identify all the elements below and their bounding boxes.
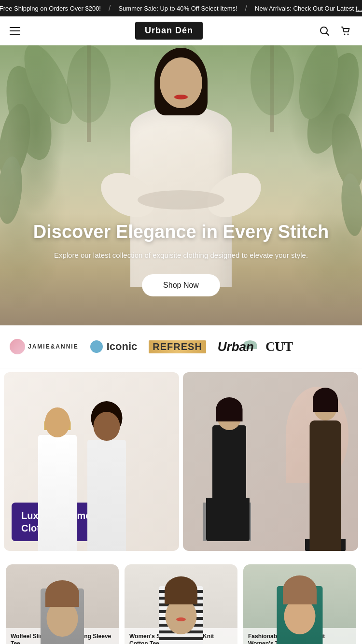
menu-button[interactable]	[10, 27, 20, 35]
svg-line-1	[326, 33, 329, 35]
brand-cut: CUT	[265, 339, 292, 354]
brand-jamie-label: JAMIE&ANNIE	[28, 343, 79, 350]
hero-section: Discover Elegance in Every Stitch Explor…	[0, 45, 362, 325]
product-card-3[interactable]: Fashionable Solid Loose Fit Women's Top …	[243, 564, 356, 644]
brand-refresh-label: REFRESH	[153, 341, 202, 352]
category-grid: Luxury Summer Clothing	[0, 368, 362, 555]
hero-subtitle: Explore our latest collection of exquisi…	[14, 250, 348, 261]
category-card-luxury[interactable]: Luxury Summer Clothing	[4, 372, 179, 551]
header: Urban Dén	[0, 16, 362, 45]
logo[interactable]: Urban Dén	[135, 22, 203, 40]
cart-icon[interactable]	[339, 24, 352, 38]
brand-iconic-label: Iconic	[107, 340, 138, 353]
announcement-text-2: Summer Sale: Up to 40% Off Select Items!	[111, 5, 245, 12]
category-card-right-bg	[183, 372, 358, 551]
shop-now-button[interactable]: Shop Now	[142, 274, 220, 296]
product-card-2[interactable]: Women's Summer Striped Knit Cotton Tee W…	[125, 564, 237, 644]
header-icons	[318, 24, 352, 38]
announcement-link[interactable]: t...	[356, 5, 362, 12]
category-card-contemporary[interactable]	[183, 372, 358, 551]
brand-jamie-annie: JAMIE&ANNIE	[10, 339, 79, 354]
hero-title: Discover Elegance in Every Stitch	[14, 221, 348, 243]
figure-standing	[301, 396, 349, 551]
brand-refresh: REFRESH	[149, 340, 206, 353]
brand-jamie-circle	[10, 339, 25, 354]
search-icon[interactable]	[318, 24, 331, 38]
product-card-1[interactable]: Wolfeel Slim Turtleneck Long Sleeve Tee …	[6, 564, 119, 644]
brand-iconic: Iconic	[90, 340, 138, 353]
brand-iconic-circle	[90, 340, 103, 353]
announcement-bar: Free Shipping on Orders Over $200! / Sum…	[0, 0, 362, 16]
svg-point-13	[67, 45, 111, 123]
announcement-text-1: Free Shipping on Orders Over $200!	[0, 5, 109, 12]
hero-content: Discover Elegance in Every Stitch Explor…	[0, 221, 362, 296]
brand-urban-label: Urban	[218, 339, 254, 354]
products-section: Wolfeel Slim Turtleneck Long Sleeve Tee …	[0, 555, 362, 644]
brands-section: JAMIE&ANNIE Iconic REFRESH Urban CUT	[0, 325, 362, 368]
figure-seated	[200, 406, 258, 541]
brand-urban: Urban	[218, 339, 254, 354]
svg-point-3	[347, 33, 348, 35]
products-grid: Wolfeel Slim Turtleneck Long Sleeve Tee …	[6, 564, 356, 644]
svg-point-2	[344, 33, 345, 35]
announcement-text-3: New Arrivals: Check Out Our Latest t...	[247, 5, 362, 12]
brand-cut-label: CUT	[265, 339, 292, 354]
svg-point-15	[251, 45, 294, 115]
